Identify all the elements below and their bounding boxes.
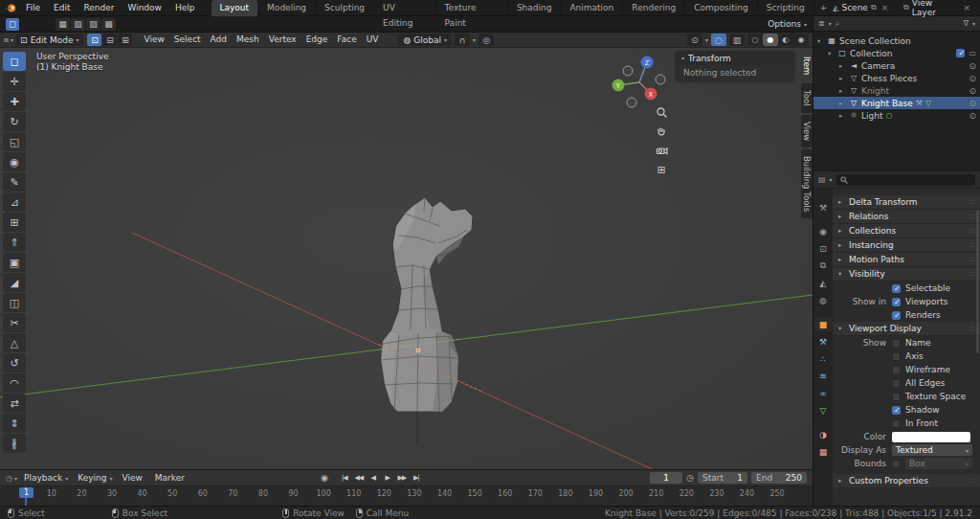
- outliner-item-label[interactable]: Chess Pieces: [861, 74, 917, 83]
- workspace-tab[interactable]: Layout: [212, 0, 259, 16]
- tool-scale[interactable]: ◱: [3, 132, 26, 151]
- properties-search-input[interactable]: [836, 174, 975, 186]
- vertex-select-toggle[interactable]: ⊡: [87, 34, 101, 46]
- viewport-menu-item[interactable]: Mesh: [232, 33, 264, 47]
- viewport-3d[interactable]: ◻✛✚↻◱◉✎⊿⊞⇑▣◢◫✂△↺◠⇄⇕∦ User Perspective (1…: [0, 48, 813, 469]
- menu-item[interactable]: Window: [121, 0, 168, 15]
- edge-select-toggle[interactable]: ⊟: [102, 34, 117, 46]
- workspace-tab[interactable]: Scripting: [758, 0, 814, 16]
- sidebar-tab[interactable]: Tool: [801, 83, 813, 113]
- tab-render[interactable]: ◉: [814, 224, 832, 238]
- sidebar-tab[interactable]: Item: [801, 50, 813, 81]
- tool-select-box[interactable]: ◻: [3, 52, 26, 71]
- panel-header[interactable]: ▸ Delta Transform ∷: [833, 195, 980, 210]
- workspace-tab[interactable]: UV Editing: [374, 0, 436, 16]
- show-gizmo-icon[interactable]: ⊙: [687, 34, 702, 46]
- display-as-dropdown[interactable]: Textured ▾: [892, 444, 972, 456]
- tab-physics[interactable]: ≋: [814, 369, 832, 383]
- rendered-shading-button[interactable]: ◉: [793, 34, 809, 46]
- tool-bevel[interactable]: ◢: [3, 273, 26, 292]
- outliner-row[interactable]: ▸ ☼ Light ○ ▭ ⊙: [813, 109, 980, 122]
- select-mode-subtract[interactable]: ▨: [86, 18, 100, 31]
- menu-item[interactable]: Render: [77, 0, 121, 15]
- expand-arrow-icon[interactable]: ▸: [839, 62, 848, 70]
- tool-spin[interactable]: ↺: [3, 353, 26, 372]
- add-workspace-button[interactable]: +: [814, 0, 834, 15]
- tool-rotate[interactable]: ↻: [3, 112, 26, 131]
- property-checkbox[interactable]: [892, 284, 901, 293]
- tab-particles[interactable]: ∴: [814, 351, 832, 366]
- end-frame-field[interactable]: End250: [751, 472, 807, 484]
- workspace-tab[interactable]: Compositing: [685, 0, 757, 16]
- scene-selector[interactable]: Scene: [841, 3, 867, 12]
- workspace-tab[interactable]: Animation: [561, 0, 623, 16]
- start-frame-field[interactable]: Start1: [698, 472, 747, 484]
- preview-range-clock-icon[interactable]: ◷: [686, 473, 694, 483]
- outliner-item-label[interactable]: Scene Collection: [839, 36, 911, 46]
- sidebar-tab[interactable]: Building Tools: [801, 149, 813, 218]
- timeline-editor-icon[interactable]: ◷: [6, 474, 12, 483]
- face-select-toggle[interactable]: ⊞: [118, 34, 132, 46]
- perspective-toggle-icon[interactable]: ⊞: [655, 163, 668, 176]
- proportional-editing-icon[interactable]: ◎: [479, 34, 494, 46]
- property-checkbox[interactable]: [892, 366, 901, 374]
- navigation-gizmo[interactable]: Z Y X: [609, 50, 670, 111]
- tool-annotate[interactable]: ✎: [3, 172, 26, 192]
- timeline-menu-item[interactable]: View: [117, 473, 149, 483]
- knight-mesh[interactable]: [381, 197, 473, 412]
- menu-item[interactable]: File: [19, 0, 47, 15]
- color-swatch[interactable]: [892, 432, 970, 442]
- outliner-item-label[interactable]: Knight: [861, 86, 889, 96]
- expand-arrow-icon[interactable]: ▾: [817, 37, 826, 45]
- timeline-menu-item[interactable]: Keying▾: [73, 473, 117, 483]
- outliner-row[interactable]: ▾ ▦ Scene Collection ▭ ⊙: [813, 34, 980, 47]
- mode-dropdown[interactable]: ⊡ Edit Mode ▾: [15, 34, 83, 46]
- property-checkbox[interactable]: [892, 393, 901, 401]
- workspace-tab[interactable]: Rendering: [623, 0, 685, 16]
- viewport-menu-item[interactable]: UV: [362, 33, 384, 47]
- panel-drag-dots-icon[interactable]: ∷: [969, 325, 974, 333]
- panel-header[interactable]: ▸ Collections ∷: [833, 224, 980, 238]
- tab-texture[interactable]: ▦: [814, 444, 832, 459]
- zoom-icon[interactable]: [655, 105, 668, 119]
- axis-x-negative-ball[interactable]: [623, 66, 633, 76]
- tool-cursor[interactable]: ✛: [3, 72, 26, 91]
- outliner-row[interactable]: ▾ □ Collection ▭ ⊙: [813, 47, 980, 59]
- panel-drag-dots-icon[interactable]: ∷: [969, 256, 974, 264]
- panel-header[interactable]: ▸ Motion Paths ∷: [833, 253, 980, 267]
- property-checkbox[interactable]: [892, 379, 901, 388]
- outliner-item-label[interactable]: Collection: [850, 49, 893, 58]
- expand-arrow-icon[interactable]: ▸: [839, 75, 848, 82]
- property-checkbox[interactable]: [892, 419, 901, 428]
- panel-drag-dots-icon[interactable]: ∷: [969, 227, 974, 236]
- expand-arrow-icon[interactable]: ▸: [839, 100, 848, 107]
- property-checkbox[interactable]: [892, 298, 901, 306]
- outliner-row[interactable]: ▸ ▽ Knight Base ⚒ ▽ ▭ ⊙: [813, 97, 980, 109]
- property-checkbox[interactable]: [892, 406, 901, 415]
- current-frame-field[interactable]: 1: [650, 472, 682, 484]
- menu-item[interactable]: Edit: [47, 0, 77, 15]
- tab-view-layer[interactable]: ⧉: [814, 259, 832, 273]
- viewport-menu-item[interactable]: Add: [206, 33, 232, 47]
- tab-object-data[interactable]: ▽: [814, 403, 832, 417]
- new-scene-icon[interactable]: ⧉: [871, 3, 877, 12]
- viewport-menu-item[interactable]: Edge: [301, 33, 333, 47]
- tool-inset-faces[interactable]: ▣: [3, 253, 26, 272]
- select-mode-extend[interactable]: ▧: [71, 18, 85, 31]
- timeline-ruler[interactable]: 1020304050607080901001101201301401501601…: [0, 486, 813, 506]
- expand-arrow-icon[interactable]: ▾: [828, 50, 836, 57]
- eye-visibility-icon[interactable]: ⊙: [969, 111, 976, 121]
- blender-logo-icon[interactable]: [4, 3, 17, 13]
- eye-visibility-icon[interactable]: ⊙: [969, 86, 976, 96]
- viewport-menu-item[interactable]: Face: [332, 33, 361, 47]
- tab-material[interactable]: ◑: [814, 427, 832, 441]
- viewport-menu-item[interactable]: Select: [169, 33, 206, 47]
- scene-canvas[interactable]: [0, 48, 813, 469]
- eye-visibility-icon[interactable]: ⊙: [969, 61, 976, 71]
- tool-measure[interactable]: ⊿: [3, 192, 26, 212]
- outliner-item-label[interactable]: Light: [861, 111, 882, 121]
- property-checkbox[interactable]: [892, 339, 901, 348]
- snap-magnet-icon[interactable]: ∩: [455, 34, 470, 46]
- outliner-item-label[interactable]: Knight Base: [861, 99, 913, 108]
- sidebar-tab[interactable]: View: [801, 115, 813, 147]
